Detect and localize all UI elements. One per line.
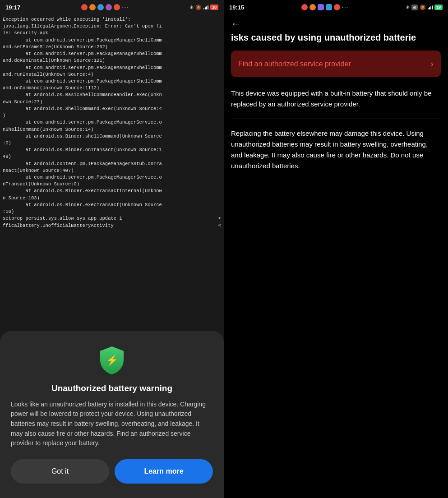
terminal-line: n Source:103) [3, 195, 221, 202]
back-row: ← [224, 14, 448, 32]
terminal-line: :16) [3, 208, 221, 215]
learn-more-button[interactable]: Learn more [115, 459, 213, 484]
terminal-line: ) [3, 112, 221, 119]
chevron-right-icon: › [430, 59, 434, 69]
terminal-line: at android.content.pm.IPackageManager$St… [3, 161, 221, 167]
terminal-line: Exception occurred while executing 'inst… [3, 16, 221, 23]
signal-icon-right [428, 5, 433, 9]
terminal-line: at android.os.Binder.shellCommand(Unknow… [3, 133, 221, 140]
app-icons-right: ··· [301, 4, 349, 11]
warning-title: Unauthorized battery warning [51, 383, 172, 393]
status-bar-left: 19:17 ··· ✳ 🔕 18 [0, 0, 224, 14]
terminal-line: nShellCommand(Unknown Source:14) [3, 126, 221, 133]
bottom-sheet: ⚡ Unauthorized battery warning Looks lik… [0, 331, 224, 498]
terminal-line: fficalbattery.UnofficialBatteryActivity … [3, 222, 221, 229]
more-icons-left: ··· [122, 4, 129, 11]
app-icon-2 [89, 4, 96, 10]
bluetooth-icon-right: ✳ [406, 5, 410, 10]
app-icon-r4 [326, 4, 332, 10]
app-icon-3 [97, 4, 104, 10]
terminal-line: at com.android.server.pm.PackageManagerS… [3, 37, 221, 44]
time-left: 19:17 [5, 4, 20, 11]
button-row: Got it Learn more [11, 459, 213, 484]
app-icon-r1 [301, 4, 308, 10]
terminal-line: at com.android.server.pm.PackageManagerS… [3, 174, 221, 181]
app-icon-1 [81, 4, 88, 10]
battery-icon-right: 19 [434, 5, 443, 10]
app-icon-r2 [309, 4, 316, 10]
terminal-line: at android.os.BasicShellCommandHandler.e… [3, 92, 221, 98]
shield-icon: ⚡ [96, 344, 128, 376]
terminal-line: at com.android.server.pm.PackageManagerS… [3, 51, 221, 57]
battery-icon-left: 18 [210, 5, 218, 10]
terminal-line: and.onCommand(Unknown Source:1112) [3, 85, 221, 92]
terminal-line: at android.os.Binder.execTransactInterna… [3, 188, 221, 194]
signal-icon [203, 5, 208, 9]
terminal-line: at com.android.server.pm.PackageManagerS… [3, 65, 221, 71]
app-icon-5 [114, 4, 120, 10]
svg-text:⚡: ⚡ [106, 354, 119, 366]
info-block-1: This device was equipped with a built-in… [224, 88, 448, 119]
terminal-line: setprop persist.sys.allow_sys_app_update… [3, 215, 221, 222]
got-it-button[interactable]: Got it [11, 459, 109, 484]
app-icon-r3 [318, 4, 324, 10]
terminal-line: at android.os.Binder.execTransact(Unknow… [3, 202, 221, 208]
right-panel: 19:15 ··· ✳ ⊕ 🔕 19 ← isks caused by usin… [224, 0, 448, 498]
warning-body: Looks like an unauthorized battery is in… [11, 400, 213, 448]
system-icons-left: ✳ 🔕 18 [189, 5, 218, 10]
terminal-line: at android.os.ShellCommand.exec(Unknown … [3, 106, 221, 112]
back-button[interactable]: ← [231, 18, 241, 30]
terminal-line: nTransact(Unknown Source:0) [3, 181, 221, 188]
terminal-line: at android.os.Binder.onTransact(Unknown … [3, 147, 221, 153]
mute-icon-right: 🔕 [420, 5, 426, 10]
terminal-line: and.runInstall(Unknown Source:4) [3, 71, 221, 78]
info-block-2: Replacing the battery elsewhere may dama… [224, 128, 448, 180]
terminal-line: and.doRunInstall(Unknown Source:121) [3, 57, 221, 64]
vpn-icon: ⊕ [411, 5, 418, 10]
app-icon-r5 [334, 4, 340, 10]
terminal-line: nsact(Unknown Source:407) [3, 167, 221, 174]
find-provider-button[interactable]: Find an authorized service provider › [231, 51, 441, 77]
more-icons-right: ··· [342, 4, 349, 11]
app-icons-left: ··· [81, 4, 129, 11]
mute-icon: 🔕 [195, 5, 202, 10]
terminal-line: and.setParamsSize(Unknown Source:262) [3, 44, 221, 51]
status-bar-right: 19:15 ··· ✳ ⊕ 🔕 19 [224, 0, 448, 14]
page-title: isks caused by using unauthorized batter… [224, 32, 448, 51]
terminal-line: at com.android.server.pm.PackageManagerS… [3, 78, 221, 85]
system-icons-right: ✳ ⊕ 🔕 19 [406, 5, 443, 10]
terminal-line: own Source:27) [3, 99, 221, 106]
time-right: 19:15 [229, 4, 244, 11]
terminal-line: 48) [3, 153, 221, 160]
terminal-line: le: security.apk [3, 30, 221, 37]
left-panel: 19:17 ··· ✳ 🔕 18 Exce [0, 0, 224, 498]
terminal-line: at com.android.server.pm.PackageManagerS… [3, 119, 221, 126]
bluetooth-icon: ✳ [189, 5, 194, 10]
terminal-line: :0) [3, 140, 221, 147]
divider [231, 119, 441, 119]
find-provider-label: Find an authorized service provider [238, 60, 351, 68]
terminal-line: java.lang.IllegalArgumentException: Erro… [3, 23, 221, 30]
app-icon-4 [106, 4, 112, 10]
